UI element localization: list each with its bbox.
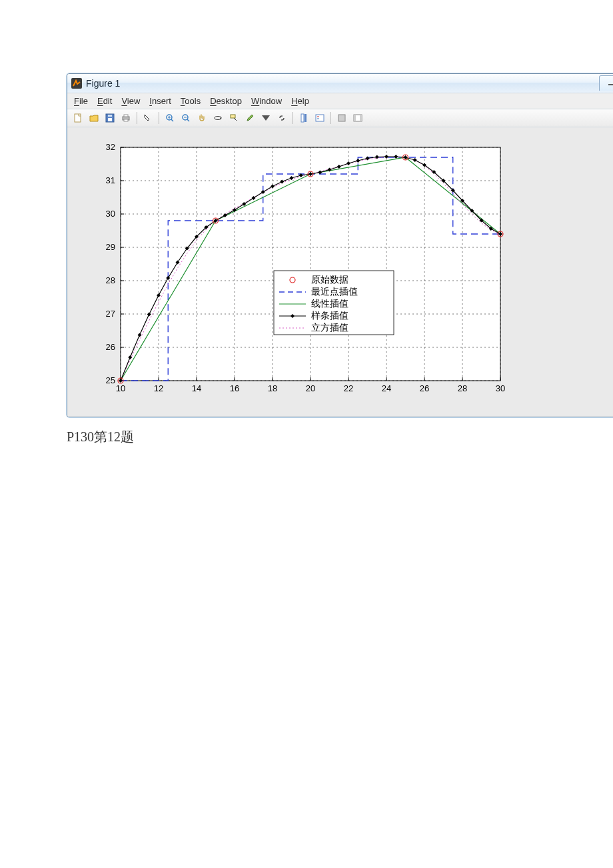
svg-text:26: 26 (106, 342, 115, 352)
svg-text:32: 32 (106, 142, 115, 152)
svg-rect-8 (124, 115, 128, 117)
zoom-out-button[interactable] (179, 111, 193, 125)
menu-tools[interactable]: Tools (181, 96, 201, 106)
save-button[interactable] (103, 111, 117, 125)
svg-text:24: 24 (382, 383, 391, 393)
new-figure-button[interactable] (71, 111, 85, 125)
hide-plot-tools-button[interactable] (335, 111, 348, 125)
svg-rect-28 (360, 115, 362, 121)
svg-text:12: 12 (154, 383, 163, 393)
window-controls (599, 74, 613, 93)
svg-text:29: 29 (106, 242, 115, 252)
svg-text:14: 14 (192, 383, 201, 393)
toolbar-separator (330, 112, 331, 124)
svg-text:25: 25 (106, 375, 115, 385)
svg-line-19 (234, 118, 237, 121)
svg-rect-5 (108, 118, 112, 121)
menu-desktop[interactable]: Desktop (210, 96, 242, 106)
svg-text:28: 28 (106, 275, 115, 285)
minimize-button[interactable] (599, 75, 613, 91)
window-title: Figure 1 (86, 78, 595, 89)
axes-svg: 10121416182022242628302526272829303132原始… (74, 134, 514, 407)
svg-text:18: 18 (268, 383, 277, 393)
svg-rect-21 (305, 114, 306, 122)
svg-rect-22 (316, 115, 324, 121)
insert-colorbar-button[interactable] (297, 111, 310, 125)
pan-button[interactable] (195, 111, 209, 125)
menu-view[interactable]: View (121, 96, 140, 106)
zoom-in-button[interactable] (163, 111, 177, 125)
print-button[interactable] (119, 111, 133, 125)
svg-text:最近点插值: 最近点插值 (311, 286, 358, 297)
menu-window[interactable]: Window (251, 96, 282, 106)
link-plots-button[interactable] (275, 111, 289, 125)
svg-text:30: 30 (106, 209, 115, 219)
svg-text:立方插值: 立方插值 (311, 322, 348, 333)
svg-line-15 (187, 119, 189, 121)
svg-text:20: 20 (306, 383, 315, 393)
menu-help[interactable]: Help (291, 96, 309, 106)
figure-toolbar (67, 109, 613, 127)
toolbar-separator (159, 112, 159, 124)
svg-text:28: 28 (458, 383, 467, 393)
figure-window: Figure 1 File Edit View Insert Tools Des… (67, 73, 613, 417)
brush-button[interactable] (243, 111, 257, 125)
menu-edit[interactable]: Edit (97, 96, 112, 106)
svg-rect-3 (75, 114, 81, 122)
svg-line-11 (171, 119, 173, 121)
menu-file[interactable]: File (74, 96, 88, 106)
svg-rect-27 (354, 115, 356, 121)
menu-bar: File Edit View Insert Tools Desktop Wind… (67, 93, 613, 109)
svg-text:16: 16 (230, 383, 239, 393)
svg-text:31: 31 (106, 175, 115, 185)
open-button[interactable] (87, 111, 101, 125)
svg-rect-18 (231, 115, 235, 118)
svg-text:10: 10 (116, 383, 125, 393)
svg-text:30: 30 (496, 383, 505, 393)
title-bar[interactable]: Figure 1 (67, 74, 613, 93)
brush-dropdown[interactable] (259, 111, 273, 125)
svg-text:原始数据: 原始数据 (311, 274, 348, 285)
svg-text:22: 22 (344, 383, 353, 393)
toolbar-separator (137, 112, 137, 124)
matlab-figure-icon (71, 78, 82, 89)
axes-area[interactable]: 10121416182022242628302526272829303132原始… (67, 127, 613, 417)
svg-rect-6 (108, 115, 112, 117)
data-cursor-button[interactable] (227, 111, 241, 125)
svg-text:26: 26 (420, 383, 429, 393)
svg-rect-20 (301, 114, 304, 122)
svg-text:27: 27 (106, 309, 115, 319)
rotate-3d-button[interactable] (211, 111, 225, 125)
insert-legend-button[interactable] (313, 111, 326, 125)
menu-insert[interactable]: Insert (149, 96, 171, 106)
svg-rect-9 (124, 119, 128, 121)
svg-rect-25 (338, 115, 345, 121)
page-caption: P130第12题 (67, 428, 613, 446)
svg-text:样条插值: 样条插值 (311, 310, 348, 321)
toolbar-separator (293, 112, 293, 124)
svg-text:线性插值: 线性插值 (311, 298, 348, 309)
edit-plot-button[interactable] (141, 111, 155, 125)
show-plot-tools-button[interactable] (351, 111, 364, 125)
